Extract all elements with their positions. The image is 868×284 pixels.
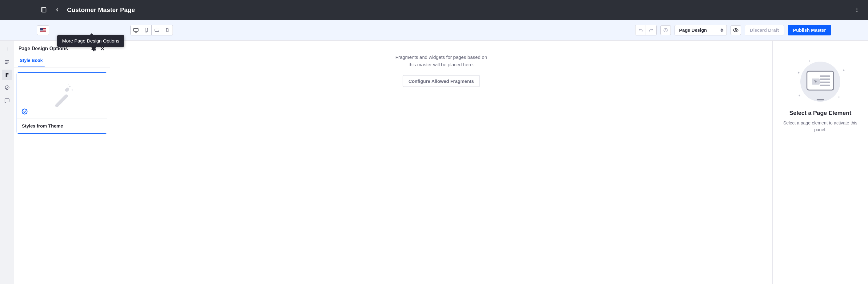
svg-rect-5	[133, 28, 138, 31]
rail-link[interactable]	[2, 83, 12, 93]
selection-subtitle: Select a page element to activate this p…	[780, 119, 861, 133]
svg-rect-20	[5, 63, 8, 64]
selection-title: Select a Page Element	[789, 110, 851, 116]
rail-browser[interactable]	[2, 57, 12, 67]
style-book-card[interactable]: Styles from Theme	[17, 73, 107, 134]
svg-point-25	[22, 109, 27, 114]
language-selector[interactable]	[37, 25, 49, 35]
side-rail	[0, 41, 14, 284]
svg-point-2	[857, 8, 858, 9]
placeholder-line1: Fragments and widgets for pages based on	[395, 55, 487, 60]
rail-page-design[interactable]	[2, 69, 12, 80]
toolbar: More Page Design Options Page Design	[0, 20, 868, 41]
card-label: Styles from Theme	[17, 119, 107, 133]
magic-wand-icon	[48, 82, 76, 110]
back-button[interactable]	[54, 6, 61, 13]
viewport-switcher	[130, 25, 173, 35]
svg-rect-19	[5, 62, 9, 62]
configure-fragments-button[interactable]: Configure Allowed Fragments	[403, 75, 480, 87]
svg-point-9	[146, 31, 147, 32]
undo-button[interactable]	[636, 25, 646, 35]
svg-point-3	[857, 9, 858, 10]
tab-style-book[interactable]: Style Book	[18, 55, 44, 67]
placeholder-text: Fragments and widgets for pages based on…	[395, 54, 487, 68]
viewport-desktop[interactable]	[131, 25, 141, 35]
discard-draft-button[interactable]: Discard Draft	[745, 25, 784, 35]
placeholder-line2: this master will be placed here.	[408, 62, 474, 67]
header-right	[853, 6, 861, 13]
publish-master-button[interactable]: Publish Master	[788, 25, 831, 35]
preview-button[interactable]	[731, 25, 741, 35]
mode-select-label: Page Design	[679, 27, 707, 33]
sidebar-toggle-icon[interactable]	[40, 6, 48, 13]
history-clock-button[interactable]	[660, 25, 671, 35]
selected-check-icon	[21, 108, 28, 115]
svg-rect-24	[64, 87, 70, 92]
flag-us-icon	[40, 28, 46, 32]
more-menu-icon[interactable]	[853, 6, 861, 13]
rail-comments[interactable]	[2, 95, 12, 106]
canvas: Fragments and widgets for pages based on…	[110, 41, 773, 284]
history-buttons	[635, 25, 657, 35]
app-header: Customer Master Page	[0, 0, 868, 20]
viewport-mobile[interactable]	[162, 25, 173, 35]
viewport-tablet-landscape[interactable]	[152, 25, 162, 35]
rail-add[interactable]	[2, 44, 12, 54]
viewport-tablet-portrait[interactable]	[141, 25, 152, 35]
card-preview	[17, 73, 107, 119]
header-left: Customer Master Page	[40, 6, 853, 13]
selection-panel: ✦ + + ✦ + Select a Page Element Select a…	[773, 41, 868, 284]
panel-tabs: Style Book	[14, 55, 110, 67]
svg-rect-18	[5, 60, 9, 61]
page-title: Customer Master Page	[67, 6, 135, 13]
tooltip: More Page Design Options	[57, 35, 124, 47]
panel-body: Styles from Theme	[14, 67, 110, 139]
redo-button[interactable]	[646, 25, 656, 35]
main: Page Design Options Style Book	[0, 41, 868, 284]
mode-select[interactable]: Page Design	[675, 25, 727, 35]
svg-rect-0	[41, 8, 46, 12]
sort-icon	[720, 28, 723, 32]
svg-point-4	[857, 11, 858, 12]
canvas-placeholder: Fragments and widgets for pages based on…	[395, 54, 487, 87]
svg-point-15	[735, 29, 737, 31]
svg-rect-23	[55, 94, 69, 108]
page-design-panel: Page Design Options Style Book	[14, 41, 110, 284]
selection-illustration: ✦ + + ✦ +	[794, 59, 846, 105]
